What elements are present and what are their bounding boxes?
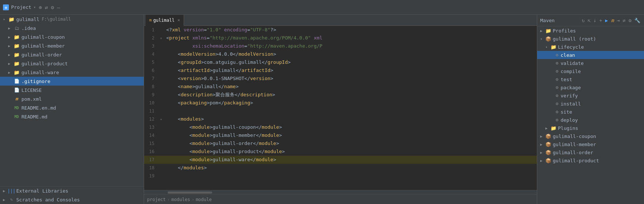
root-arrow: ▾ (3, 17, 8, 21)
verify-gear-icon: ⚙ (556, 93, 558, 98)
horizontal-scrollbar[interactable] (144, 190, 537, 194)
maven-gulimall-root[interactable]: ▾ 📦 gulimall (root) (537, 35, 644, 43)
root-label: gulimall (16, 17, 40, 22)
tab-gulimall[interactable]: m gulimall ✕ (146, 15, 184, 26)
gitignore-file-icon: 📄 (13, 78, 20, 84)
sidebar-item-external-libraries[interactable]: ▶ ||| External Libraries (0, 186, 144, 195)
validate-gear-icon: ⚙ (556, 60, 558, 66)
maven-gulimall-product[interactable]: ▶ 📦 gulimall-product (537, 156, 644, 165)
deploy-label: deploy (560, 117, 578, 123)
project-title: Project (11, 4, 31, 10)
code-line-17: 17 <module>gulimall-ware</module> (144, 156, 537, 164)
code-line-3: 3 xsi:schemaLocation="http://maven.apach… (144, 42, 537, 50)
project-sidebar: ▾ 📁 gulimall F:\gulimall ▶ 🗂 .idea ▶ 📁 g… (0, 15, 144, 204)
sidebar-item-ware[interactable]: ▶ 📁 gulimall-ware (0, 68, 144, 77)
breadcrumb-modules: modules (171, 197, 190, 202)
idea-arrow: ▶ (8, 26, 13, 30)
tab-close-button[interactable]: ✕ (177, 18, 180, 23)
sidebar-item-license[interactable]: 📄 LICENSE (0, 86, 144, 94)
minimize-icon[interactable]: — (57, 4, 60, 10)
member-sub-icon: 📦 (545, 142, 551, 147)
tree-root[interactable]: ▾ 📁 gulimall F:\gulimall (0, 15, 144, 24)
maven-clean[interactable]: ⚙ clean (537, 51, 644, 59)
readme-en-label: README.en.md (21, 105, 56, 111)
order-sub-label: gulimall-order (553, 150, 593, 155)
breadcrumb-module: module (196, 197, 212, 202)
code-line-1: 1 <?xml version="1.0" encoding="UTF-8"?> (144, 26, 537, 34)
sidebar-item-member[interactable]: ▶ 📁 gulimall-member (0, 41, 144, 50)
maven-site[interactable]: ⚙ site (537, 108, 644, 116)
sidebar-item-coupon[interactable]: ▶ 📁 gulimall-coupon (0, 32, 144, 41)
sidebar-item-product[interactable]: ▶ 📁 gulimall-product (0, 59, 144, 68)
maven-package[interactable]: ⚙ package (537, 83, 644, 91)
collapse-icon[interactable]: ⇄ (45, 4, 48, 10)
code-line-13: 13 <module>gulimall-coupon</module> (144, 123, 537, 131)
sidebar-item-readme-en[interactable]: MD README.en.md (0, 103, 144, 112)
maven-validate[interactable]: ⚙ validate (537, 59, 644, 67)
project-dropdown-arrow[interactable]: ▾ (34, 5, 36, 9)
maven-test[interactable]: ⚙ test (537, 75, 644, 83)
root-folder-icon: 📁 (8, 16, 15, 23)
maven-profiles[interactable]: ▶ 📁 Profiles (537, 27, 644, 35)
maven-deploy[interactable]: ⚙ deploy (537, 116, 644, 124)
editor-code-area[interactable]: 1 <?xml version="1.0" encoding="UTF-8"?>… (144, 26, 537, 190)
maven-settings-icon[interactable]: ⚙ (628, 17, 632, 24)
code-line-19: 19 (144, 172, 537, 180)
sidebar-item-order[interactable]: ▶ 📁 gulimall-order (0, 50, 144, 59)
maven-gulimall-coupon[interactable]: ▶ 📦 gulimall-coupon (537, 132, 644, 140)
sidebar-item-gitignore[interactable]: 📄 .gitignore (0, 77, 144, 86)
install-label: install (560, 101, 581, 107)
maven-gulimall-order[interactable]: ▶ 📦 gulimall-order (537, 148, 644, 156)
sidebar-item-readme[interactable]: MD README.md (0, 112, 144, 121)
readme-label: README.md (21, 114, 47, 120)
member-label: gulimall-member (21, 43, 65, 49)
member-folder-icon: 📁 (13, 42, 20, 49)
maven-panel: Maven ↻ ⇱ ↓ + ▶ m ⇥ ⇄ ⚙ 🔧 ▶ 📁 Profiles (537, 15, 644, 204)
coupon-label: gulimall-coupon (21, 34, 65, 40)
scratches-icon: ✎ (8, 196, 15, 203)
maven-plugins-folder[interactable]: ▶ 📁 Plugins (537, 124, 644, 132)
main-layout: ▾ 📁 gulimall F:\gulimall ▶ 🗂 .idea ▶ 📁 g… (0, 15, 644, 204)
project-header: ▤ Project ▾ (3, 4, 36, 10)
sidebar-item-scratches[interactable]: ▶ ✎ Scratches and Consoles (0, 195, 144, 204)
sidebar-item-pom[interactable]: m pom.xml (0, 94, 144, 103)
maven-install[interactable]: ⚙ install (537, 100, 644, 108)
maven-refresh-icon[interactable]: ↻ (581, 17, 586, 24)
scrollbar-thumb[interactable] (168, 191, 212, 194)
code-line-14: 14 <module>gulimall-member</module> (144, 131, 537, 139)
maven-verify[interactable]: ⚙ verify (537, 91, 644, 100)
new-file-icon[interactable]: ⊕ (39, 4, 42, 10)
tab-label: gulimall (153, 18, 175, 23)
maven-collapse-icon[interactable]: ⇱ (587, 17, 591, 24)
readme-en-file-icon: MD (13, 104, 20, 111)
code-line-5: 5 <groupId>com.atguigu.gulimall</groupId… (144, 58, 537, 66)
deploy-gear-icon: ⚙ (556, 117, 558, 122)
maven-m-icon[interactable]: m (610, 17, 615, 24)
breadcrumb-bar: project › modules › module (144, 194, 537, 204)
maven-lifecycle-folder[interactable]: ▾ 📁 Lifecycle (537, 43, 644, 51)
pom-label: pom.xml (21, 96, 42, 102)
maven-toggle-icon[interactable]: ⇄ (622, 17, 626, 24)
member-arrow: ▶ (8, 44, 13, 48)
license-file-icon: 📄 (13, 87, 20, 93)
validate-label: validate (560, 60, 584, 66)
maven-download-icon[interactable]: ↓ (593, 17, 597, 24)
scratches-label: Scratches and Consoles (16, 197, 80, 203)
coupon-sub-icon: 📦 (545, 134, 551, 139)
gulimall-root-icon: 📦 (545, 36, 551, 42)
maven-run-icon[interactable]: ▶ (604, 17, 609, 24)
maven-add-icon[interactable]: + (599, 17, 603, 24)
maven-gulimall-member[interactable]: ▶ 📦 gulimall-member (537, 140, 644, 148)
maven-more-icon[interactable]: 🔧 (634, 17, 641, 24)
settings-icon[interactable]: ⚙ (51, 4, 54, 10)
sidebar-item-idea[interactable]: ▶ 🗂 .idea (0, 24, 144, 32)
code-line-18: 18 </modules> (144, 164, 537, 172)
test-gear-icon: ⚙ (556, 77, 558, 82)
site-gear-icon: ⚙ (556, 109, 558, 114)
maven-skip-icon[interactable]: ⇥ (616, 17, 621, 24)
maven-compile[interactable]: ⚙ compile (537, 67, 644, 75)
coupon-sub-label: gulimall-coupon (553, 134, 596, 139)
maven-title: Maven (540, 18, 555, 23)
install-gear-icon: ⚙ (556, 101, 558, 106)
code-line-11: 11 (144, 107, 537, 115)
